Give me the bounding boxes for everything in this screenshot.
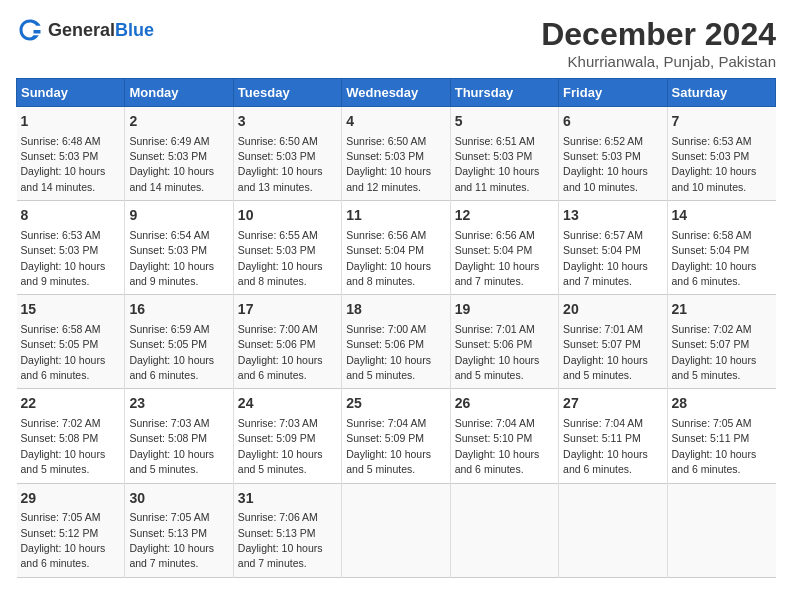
day-cell: 16Sunrise: 6:59 AMSunset: 5:05 PMDayligh…: [125, 295, 233, 389]
day-cell: 21Sunrise: 7:02 AMSunset: 5:07 PMDayligh…: [667, 295, 775, 389]
daylight-text: Daylight: 10 hours and 5 minutes.: [346, 354, 431, 381]
week-row-2: 8Sunrise: 6:53 AMSunset: 5:03 PMDaylight…: [17, 201, 776, 295]
sunrise-text: Sunrise: 6:48 AM: [21, 135, 101, 147]
daylight-text: Daylight: 10 hours and 11 minutes.: [455, 165, 540, 192]
column-header-tuesday: Tuesday: [233, 79, 341, 107]
day-cell: 2Sunrise: 6:49 AMSunset: 5:03 PMDaylight…: [125, 107, 233, 201]
daylight-text: Daylight: 10 hours and 7 minutes.: [455, 260, 540, 287]
daylight-text: Daylight: 10 hours and 6 minutes.: [455, 448, 540, 475]
sunrise-text: Sunrise: 7:06 AM: [238, 511, 318, 523]
day-cell: 22Sunrise: 7:02 AMSunset: 5:08 PMDayligh…: [17, 389, 125, 483]
week-row-4: 22Sunrise: 7:02 AMSunset: 5:08 PMDayligh…: [17, 389, 776, 483]
daylight-text: Daylight: 10 hours and 5 minutes.: [455, 354, 540, 381]
day-number: 8: [21, 206, 121, 226]
day-cell: [667, 483, 775, 577]
day-cell: 20Sunrise: 7:01 AMSunset: 5:07 PMDayligh…: [559, 295, 667, 389]
day-cell: 19Sunrise: 7:01 AMSunset: 5:06 PMDayligh…: [450, 295, 558, 389]
daylight-text: Daylight: 10 hours and 13 minutes.: [238, 165, 323, 192]
daylight-text: Daylight: 10 hours and 6 minutes.: [672, 448, 757, 475]
logo-icon: [16, 16, 44, 44]
sunset-text: Sunset: 5:08 PM: [21, 432, 99, 444]
sunrise-text: Sunrise: 7:02 AM: [21, 417, 101, 429]
column-header-sunday: Sunday: [17, 79, 125, 107]
daylight-text: Daylight: 10 hours and 8 minutes.: [346, 260, 431, 287]
sunset-text: Sunset: 5:06 PM: [455, 338, 533, 350]
day-cell: 27Sunrise: 7:04 AMSunset: 5:11 PMDayligh…: [559, 389, 667, 483]
daylight-text: Daylight: 10 hours and 10 minutes.: [672, 165, 757, 192]
sunrise-text: Sunrise: 7:04 AM: [563, 417, 643, 429]
sunrise-text: Sunrise: 6:52 AM: [563, 135, 643, 147]
sunset-text: Sunset: 5:12 PM: [21, 527, 99, 539]
sunrise-text: Sunrise: 7:01 AM: [455, 323, 535, 335]
daylight-text: Daylight: 10 hours and 9 minutes.: [129, 260, 214, 287]
day-cell: 1Sunrise: 6:48 AMSunset: 5:03 PMDaylight…: [17, 107, 125, 201]
sunrise-text: Sunrise: 6:55 AM: [238, 229, 318, 241]
day-number: 28: [672, 394, 772, 414]
calendar-table: SundayMondayTuesdayWednesdayThursdayFrid…: [16, 78, 776, 578]
daylight-text: Daylight: 10 hours and 5 minutes.: [238, 448, 323, 475]
sunrise-text: Sunrise: 7:03 AM: [238, 417, 318, 429]
sunrise-text: Sunrise: 6:50 AM: [238, 135, 318, 147]
day-cell: 10Sunrise: 6:55 AMSunset: 5:03 PMDayligh…: [233, 201, 341, 295]
day-cell: 9Sunrise: 6:54 AMSunset: 5:03 PMDaylight…: [125, 201, 233, 295]
daylight-text: Daylight: 10 hours and 14 minutes.: [21, 165, 106, 192]
day-cell: 23Sunrise: 7:03 AMSunset: 5:08 PMDayligh…: [125, 389, 233, 483]
sunrise-text: Sunrise: 6:56 AM: [455, 229, 535, 241]
sunrise-text: Sunrise: 7:03 AM: [129, 417, 209, 429]
day-number: 13: [563, 206, 662, 226]
sunrise-text: Sunrise: 7:00 AM: [346, 323, 426, 335]
day-number: 17: [238, 300, 337, 320]
sunset-text: Sunset: 5:06 PM: [238, 338, 316, 350]
sunset-text: Sunset: 5:13 PM: [238, 527, 316, 539]
column-header-saturday: Saturday: [667, 79, 775, 107]
logo-text: GeneralBlue: [48, 20, 154, 41]
day-cell: 4Sunrise: 6:50 AMSunset: 5:03 PMDaylight…: [342, 107, 450, 201]
daylight-text: Daylight: 10 hours and 6 minutes.: [563, 448, 648, 475]
daylight-text: Daylight: 10 hours and 14 minutes.: [129, 165, 214, 192]
sunset-text: Sunset: 5:04 PM: [672, 244, 750, 256]
day-number: 23: [129, 394, 228, 414]
sunset-text: Sunset: 5:10 PM: [455, 432, 533, 444]
day-number: 18: [346, 300, 445, 320]
daylight-text: Daylight: 10 hours and 5 minutes.: [346, 448, 431, 475]
day-cell: [342, 483, 450, 577]
column-headers: SundayMondayTuesdayWednesdayThursdayFrid…: [17, 79, 776, 107]
sunrise-text: Sunrise: 6:57 AM: [563, 229, 643, 241]
day-cell: 7Sunrise: 6:53 AMSunset: 5:03 PMDaylight…: [667, 107, 775, 201]
page-title: December 2024: [541, 16, 776, 53]
sunset-text: Sunset: 5:04 PM: [455, 244, 533, 256]
day-cell: 31Sunrise: 7:06 AMSunset: 5:13 PMDayligh…: [233, 483, 341, 577]
day-number: 14: [672, 206, 772, 226]
day-number: 19: [455, 300, 554, 320]
daylight-text: Daylight: 10 hours and 5 minutes.: [129, 448, 214, 475]
day-number: 16: [129, 300, 228, 320]
sunrise-text: Sunrise: 7:00 AM: [238, 323, 318, 335]
day-cell: 28Sunrise: 7:05 AMSunset: 5:11 PMDayligh…: [667, 389, 775, 483]
day-number: 9: [129, 206, 228, 226]
sunrise-text: Sunrise: 7:01 AM: [563, 323, 643, 335]
sunrise-text: Sunrise: 6:53 AM: [21, 229, 101, 241]
day-cell: 14Sunrise: 6:58 AMSunset: 5:04 PMDayligh…: [667, 201, 775, 295]
sunset-text: Sunset: 5:05 PM: [129, 338, 207, 350]
sunrise-text: Sunrise: 7:02 AM: [672, 323, 752, 335]
day-number: 6: [563, 112, 662, 132]
sunrise-text: Sunrise: 7:05 AM: [21, 511, 101, 523]
sunset-text: Sunset: 5:03 PM: [21, 244, 99, 256]
sunset-text: Sunset: 5:03 PM: [238, 150, 316, 162]
daylight-text: Daylight: 10 hours and 6 minutes.: [21, 354, 106, 381]
daylight-text: Daylight: 10 hours and 7 minutes.: [563, 260, 648, 287]
day-number: 4: [346, 112, 445, 132]
sunrise-text: Sunrise: 6:50 AM: [346, 135, 426, 147]
sunset-text: Sunset: 5:06 PM: [346, 338, 424, 350]
daylight-text: Daylight: 10 hours and 5 minutes.: [563, 354, 648, 381]
column-header-thursday: Thursday: [450, 79, 558, 107]
sunset-text: Sunset: 5:03 PM: [563, 150, 641, 162]
day-cell: 30Sunrise: 7:05 AMSunset: 5:13 PMDayligh…: [125, 483, 233, 577]
day-cell: 15Sunrise: 6:58 AMSunset: 5:05 PMDayligh…: [17, 295, 125, 389]
sunset-text: Sunset: 5:07 PM: [563, 338, 641, 350]
day-cell: [450, 483, 558, 577]
day-number: 25: [346, 394, 445, 414]
column-header-friday: Friday: [559, 79, 667, 107]
day-cell: 6Sunrise: 6:52 AMSunset: 5:03 PMDaylight…: [559, 107, 667, 201]
logo: GeneralBlue: [16, 16, 154, 44]
